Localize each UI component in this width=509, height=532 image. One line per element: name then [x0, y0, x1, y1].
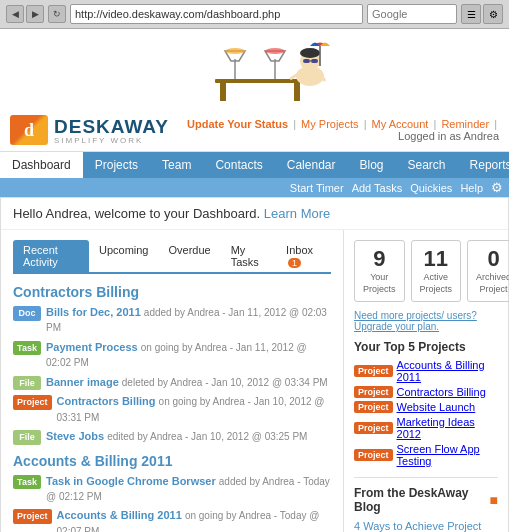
search-bar[interactable]: [367, 4, 457, 24]
nav-item-projects[interactable]: Projects: [83, 152, 150, 178]
tab-recent-activity[interactable]: Recent Activity: [13, 240, 89, 272]
activity-item: Task Task in Google Chrome Borwser added…: [13, 474, 331, 505]
upgrade-link[interactable]: Need more projects/ users? Upgrade your …: [354, 310, 477, 332]
project-tag: Project: [354, 365, 393, 377]
nav-item-reports[interactable]: Reports: [458, 152, 509, 178]
welcome-bar: Hello Andrea, welcome to your Dashboard.…: [1, 198, 508, 230]
nav-item-contacts[interactable]: Contacts: [203, 152, 274, 178]
activity-tabs: Recent Activity Upcoming Overdue My Task…: [13, 240, 331, 274]
project-item: Project Marketing Ideas 2012: [354, 416, 498, 440]
mascot-area: [0, 29, 509, 109]
sub-nav-add-tasks[interactable]: Add Tasks: [352, 182, 403, 194]
inbox-badge: 1: [288, 258, 301, 268]
project-link[interactable]: Screen Flow App Testing: [397, 443, 498, 467]
project-tag: Project: [354, 422, 393, 434]
tag-task: Task: [13, 341, 41, 356]
activity-link[interactable]: Payment Process: [46, 341, 138, 353]
stats-row: 9 YourProjects 11 ActiveProjects 0 Archi…: [354, 240, 498, 302]
blog-title: From the DeskAway Blog ■: [354, 486, 498, 514]
svg-rect-12: [303, 59, 310, 63]
stat-archived-project: 0 ArchivedProject: [467, 240, 509, 302]
activity-item: Task Payment Process on going by Andrea …: [13, 340, 331, 371]
project-link[interactable]: Website Launch: [397, 401, 476, 413]
stat-active-projects: 11 ActiveProjects: [411, 240, 462, 302]
tab-my-tasks[interactable]: My Tasks: [221, 240, 276, 272]
activity-link[interactable]: Contractors Billing: [57, 395, 156, 407]
sub-nav-quickies[interactable]: Quickies: [410, 182, 452, 194]
tag-doc: Doc: [13, 306, 41, 321]
svg-point-5: [225, 48, 245, 54]
tab-inbox[interactable]: Inbox 1: [276, 240, 331, 272]
project-tag: Project: [354, 401, 393, 413]
project-link[interactable]: Accounts & Billing 2011: [397, 359, 498, 383]
logo-area: d DESKAWAY SIMPLIFY WORK: [10, 115, 169, 145]
back-button[interactable]: ◀: [6, 5, 24, 23]
main-content: Recent Activity Upcoming Overdue My Task…: [1, 230, 508, 532]
browser-settings-button[interactable]: ⚙: [483, 4, 503, 24]
activity-link[interactable]: Task in Google Chrome Borwser: [46, 475, 216, 487]
browser-toolbar: ◀ ▶ ↻ ☰ ⚙: [0, 0, 509, 28]
blog-post-link[interactable]: 4 Ways to Achieve Project Success using …: [354, 520, 481, 532]
header-links: Update Your Status | My Projects | My Ac…: [169, 118, 499, 142]
content-right: 9 YourProjects 11 ActiveProjects 0 Archi…: [343, 230, 508, 532]
activity-link[interactable]: Banner image: [46, 376, 119, 388]
svg-rect-1: [220, 83, 226, 101]
activity-item: File Banner image deleted by Andrea - Ja…: [13, 375, 331, 391]
logo-text: DESKAWAY: [54, 116, 169, 138]
address-bar[interactable]: [70, 4, 363, 24]
sub-nav-help[interactable]: Help: [460, 182, 483, 194]
project-item: Project Contractors Billing: [354, 386, 498, 398]
activity-link[interactable]: Bills for Dec, 2011: [46, 306, 141, 318]
reminder-link[interactable]: Reminder: [441, 118, 489, 130]
svg-point-11: [300, 48, 320, 58]
logged-in-text: Logged in as Andrea: [398, 130, 499, 142]
nav-item-blog[interactable]: Blog: [347, 152, 395, 178]
tag-task: Task: [13, 475, 41, 490]
sub-nav-start-timer[interactable]: Start Timer: [290, 182, 344, 194]
activity-link[interactable]: Steve Jobs: [46, 430, 104, 442]
browser-page-button[interactable]: ☰: [461, 4, 481, 24]
forward-button[interactable]: ▶: [26, 5, 44, 23]
project-item: Project Accounts & Billing 2011: [354, 359, 498, 383]
activity-item: Project Accounts & Billing 2011 on going…: [13, 508, 331, 532]
app-header: d DESKAWAY SIMPLIFY WORK Update Your Sta…: [0, 109, 509, 152]
tab-overdue[interactable]: Overdue: [158, 240, 220, 272]
project-tag: Project: [354, 449, 393, 461]
top-projects-title: Your Top 5 Projects: [354, 340, 498, 354]
project-link[interactable]: Contractors Billing: [397, 386, 486, 398]
tab-upcoming[interactable]: Upcoming: [89, 240, 159, 272]
nav-item-team[interactable]: Team: [150, 152, 203, 178]
my-account-link[interactable]: My Account: [372, 118, 429, 130]
content-left: Recent Activity Upcoming Overdue My Task…: [1, 230, 343, 532]
logo-icon: d: [10, 115, 48, 145]
learn-more-link[interactable]: Learn More: [264, 206, 330, 221]
project-item: Project Screen Flow App Testing: [354, 443, 498, 467]
project-link[interactable]: Marketing Ideas 2012: [397, 416, 498, 440]
nav-item-dashboard[interactable]: Dashboard: [0, 152, 83, 178]
logo-block: d DESKAWAY SIMPLIFY WORK: [10, 115, 169, 145]
main-nav: Dashboard Projects Team Contacts Calenda…: [0, 152, 509, 178]
tag-project: Project: [13, 395, 52, 410]
section-accounts-billing[interactable]: Accounts & Billing 2011: [13, 453, 331, 469]
content-wrapper: Hello Andrea, welcome to your Dashboard.…: [0, 197, 509, 532]
refresh-button[interactable]: ↻: [48, 5, 66, 23]
activity-item: Doc Bills for Dec, 2011 added by Andrea …: [13, 305, 331, 336]
section-contractors-billing[interactable]: Contractors Billing: [13, 284, 331, 300]
rss-icon: ■: [490, 492, 498, 508]
tag-file: File: [13, 376, 41, 391]
nav-item-search[interactable]: Search: [396, 152, 458, 178]
project-tag: Project: [354, 386, 393, 398]
upgrade-text: Need more projects/ users? Upgrade your …: [354, 310, 498, 332]
browser-chrome: ◀ ▶ ↻ ☰ ⚙: [0, 0, 509, 29]
activity-item: Project Contractors Billing on going by …: [13, 394, 331, 425]
stat-your-projects: 9 YourProjects: [354, 240, 405, 302]
svg-rect-2: [294, 83, 300, 101]
welcome-message: Hello Andrea, welcome to your Dashboard.…: [13, 206, 330, 221]
my-projects-link[interactable]: My Projects: [301, 118, 358, 130]
tag-project: Project: [13, 509, 52, 524]
update-status-link[interactable]: Update Your Status: [187, 118, 288, 130]
sub-nav: Start Timer Add Tasks Quickies Help ⚙: [0, 178, 509, 197]
activity-link[interactable]: Accounts & Billing 2011: [57, 509, 182, 521]
gear-icon[interactable]: ⚙: [491, 180, 503, 195]
nav-item-calendar[interactable]: Calendar: [275, 152, 348, 178]
